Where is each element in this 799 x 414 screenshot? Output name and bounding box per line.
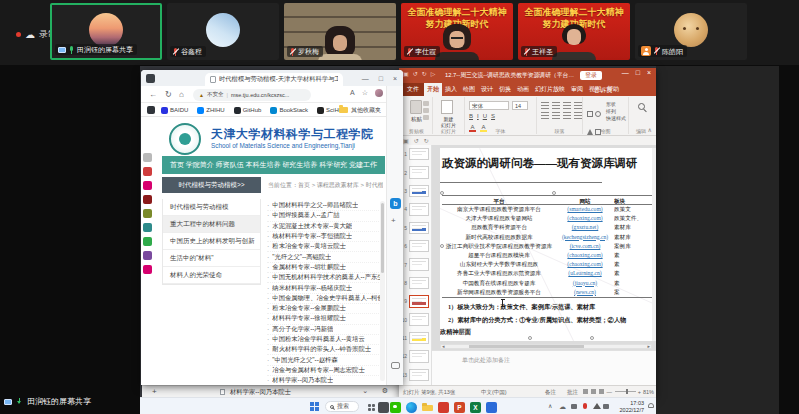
share-icon[interactable] (143, 195, 152, 204)
slide-thumbnail[interactable]: 10 (399, 311, 431, 329)
close-button[interactable]: × (647, 69, 651, 76)
selection-handle[interactable] (440, 244, 444, 248)
ribbon-tab[interactable]: 切换 (496, 83, 514, 96)
wechat-icon[interactable] (390, 402, 401, 413)
share-icon[interactable] (143, 265, 152, 274)
article-link[interactable]: · 水泥混凝土技术专家--黄大能 (267, 222, 381, 232)
slide-thumbnail[interactable]: 11 (399, 329, 431, 347)
share-icon[interactable] (143, 223, 152, 232)
share-icon[interactable] (143, 237, 152, 246)
minimize-button[interactable]: — (362, 75, 369, 82)
background-tab-title[interactable]: 材料学家--闵乃本院士 (230, 388, 291, 397)
task-view-icon[interactable] (366, 402, 377, 413)
notes-panel[interactable]: 单击此处添加备注 (432, 350, 656, 385)
sidebar-menu-item[interactable]: 时代楷模与劳动楷模 (163, 199, 260, 216)
start-button[interactable] (310, 402, 319, 411)
sidebar-menu-item[interactable]: 生活中的"材料" (163, 250, 260, 267)
sidebar-menu-item[interactable]: 中国历史上的材料发明与创新 (163, 233, 260, 250)
share-icon[interactable] (143, 251, 152, 260)
paste-label[interactable]: 粘贴 (401, 116, 432, 123)
background-browser-window[interactable]: + 材料学家--闵乃本院士 ⌄ ⚙ (142, 385, 402, 397)
back-button[interactable]: ← (149, 89, 157, 100)
collapse-ribbon-icon[interactable]: ∧ (648, 126, 652, 133)
ribbon-tab[interactable]: 动画 (514, 83, 532, 96)
notification-bell-icon[interactable] (648, 403, 654, 408)
slide-thumbnail[interactable]: 12 (399, 347, 431, 365)
ribbon-tab[interactable]: 开始 (424, 83, 442, 96)
share-button[interactable]: 共享 (629, 86, 648, 395)
comments-toggle[interactable]: 批注 (567, 389, 578, 396)
save-icon[interactable]: ▣ (403, 70, 409, 77)
wifi-icon[interactable] (593, 403, 601, 409)
redo-icon[interactable]: ↻ (422, 70, 427, 77)
font-name-select[interactable]: 宋体 (469, 101, 509, 110)
maximize-button[interactable]: □ (379, 75, 383, 82)
article-link[interactable]: · 中国粉末冶金学科奠基人--黄培云 (267, 335, 381, 345)
home-button[interactable]: ⌂ (179, 89, 184, 100)
article-link[interactable]: · 高分子化学家--冯新德 (267, 325, 381, 335)
share-icon[interactable] (143, 181, 152, 190)
article-link[interactable]: · 粉末冶金专家--黄培云院士 (267, 242, 381, 252)
video-tile[interactable]: 陈皓阳 (635, 3, 747, 60)
font-style-button[interactable]: I (477, 113, 479, 119)
video-tile[interactable]: 全面准确理解二十大精神 努力建功新时代 李仕霞 (401, 3, 513, 60)
sidebar-menu-item[interactable]: 重大工程中的材料问题 (163, 216, 260, 233)
favorite-item[interactable]: GitHub (234, 107, 262, 114)
sidebar-add-icon[interactable]: + (391, 216, 396, 225)
paste-icon[interactable] (410, 100, 422, 114)
page-scrollbar[interactable] (380, 201, 385, 381)
article-link[interactable]: · 中国金属物理、冶金史学科奠基人--柯俊院士 (267, 294, 381, 304)
pinned-app-icon[interactable] (378, 402, 389, 413)
article-link[interactable]: · "光纤之父"--高锟院士 (267, 252, 381, 262)
font-style-button[interactable]: U (483, 113, 487, 119)
article-link[interactable]: · 材料学家--闵乃本院士 (267, 376, 381, 385)
undo-icon[interactable]: ↺ (414, 137, 419, 144)
mic-in-use-icon[interactable] (583, 403, 587, 409)
favorite-item[interactable]: ZHIHU (197, 107, 224, 114)
workspace-icon[interactable] (146, 74, 155, 83)
new-slide-label[interactable]: 新建 幻灯片 (433, 116, 464, 128)
selection-handle[interactable] (440, 191, 444, 195)
slideshow-icon[interactable]: ▷ (431, 70, 436, 77)
maximize-button[interactable]: □ (636, 69, 640, 76)
redo-icon[interactable]: ↻ (424, 137, 429, 144)
sidebar-menu-item[interactable]: 材料人的光荣使命 (163, 267, 260, 284)
tray-expand-icon[interactable]: ∧ (548, 402, 552, 409)
slide-thumbnail[interactable]: 3 (399, 182, 431, 200)
notes-toggle[interactable]: 备注 (545, 389, 556, 396)
chevron-down-icon[interactable]: ⌄ (362, 387, 368, 395)
favorite-favicon-only[interactable] (147, 106, 155, 114)
slide-thumbnail[interactable]: 9 (399, 292, 431, 310)
nav-item[interactable]: 首页 (170, 160, 184, 170)
slide-thumbnail[interactable]: 4 (399, 200, 431, 218)
file-explorer-icon[interactable] (422, 402, 433, 413)
section-header[interactable]: 时代楷模与劳动楷模>> (162, 177, 261, 193)
resource-table[interactable]: 平台 网站 板块 南京大学课程思政教学资源库平台 (smartedu.com) … (442, 195, 652, 298)
edge-icon[interactable] (406, 402, 417, 413)
other-favorites-label[interactable]: 其他收藏夹 (351, 106, 381, 115)
article-link[interactable]: · "中国光纤之父"--赵梓森 (267, 355, 381, 365)
article-link[interactable]: · 纳米材料科学家--杨绪庆院士 (267, 283, 381, 293)
slide-thumbnail[interactable]: 1 (399, 145, 431, 163)
share-icon[interactable] (143, 153, 152, 162)
vertical-scrollbar[interactable] (652, 148, 656, 341)
nav-item[interactable]: 本科生培养 (245, 160, 280, 170)
read-aloud-icon[interactable]: A (350, 89, 355, 96)
bing-sidebar-icon[interactable]: b (390, 198, 401, 209)
article-link[interactable]: · 金属材料专家--胡壮麒院士 (267, 263, 381, 273)
sign-in-button[interactable]: 登录 (580, 71, 602, 80)
close-button[interactable]: × (393, 75, 397, 82)
nav-item[interactable]: 研究生培养 (282, 160, 317, 170)
ribbon-tab[interactable]: 审阅 (568, 83, 586, 96)
slide-thumbnail[interactable]: 13 (399, 366, 431, 384)
nav-item[interactable]: 师资队伍 (216, 160, 244, 170)
new-tab-icon[interactable]: + (152, 387, 157, 396)
horizontal-scrollbar[interactable]: ◂ ▸ (440, 344, 652, 349)
selection-handle[interactable] (552, 191, 556, 195)
slide-thumbnail[interactable]: 8 (399, 274, 431, 292)
taskbar-search[interactable]: 搜索 (325, 401, 359, 412)
tell-me-button[interactable]: 告诉我 (594, 86, 612, 395)
article-link[interactable]: · 粉末冶金专家--金展鹏院士 (267, 304, 381, 314)
undo-icon[interactable]: ↺ (413, 70, 418, 77)
article-link[interactable]: · 冶金与金属材料专家--周志宏院士 (267, 366, 381, 376)
